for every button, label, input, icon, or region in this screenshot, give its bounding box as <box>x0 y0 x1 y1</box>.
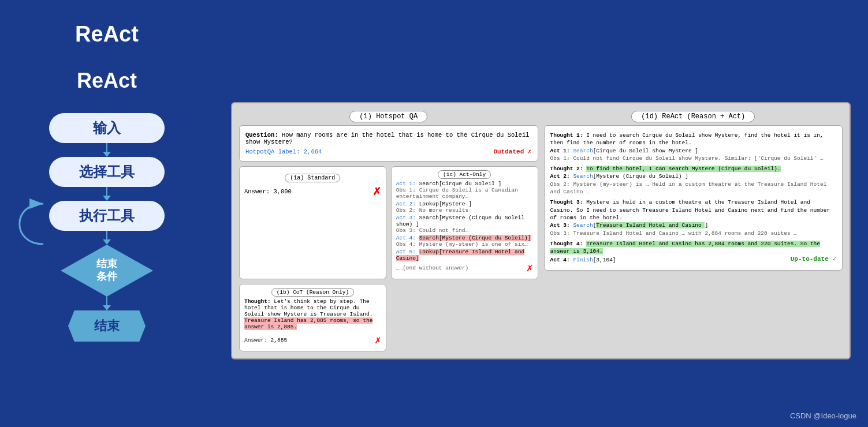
act-only-title: (1c) Act-Only <box>438 170 491 179</box>
react-thought1: Thought 1: I need to search Cirque du So… <box>550 132 837 147</box>
react-act3: Act 3: Search[Treasure Island Hotel and … <box>550 222 837 229</box>
connector-2 <box>106 187 107 196</box>
act-only-obs4: Obs 4: Mystère (my-steer) is one of six… <box>396 241 533 248</box>
react-thought2: Thought 2: To find the hotel, I can sear… <box>550 165 837 173</box>
arrow-1 <box>103 152 111 157</box>
flow-steps: 输入 选择工具 执行工具 结束条件 <box>49 113 165 342</box>
react-obs1: Obs 1: Could not find Cirque du Soleil s… <box>550 155 837 162</box>
standard-answer-row: Answer: 3,000 ✗ <box>244 185 381 198</box>
cot-answer-row: Answer: 2,885 ✗ <box>244 334 381 346</box>
hotpot-label: HotpotQA label: 2,664 <box>245 148 322 155</box>
react-act4: Act 4: Finish[3,104] <box>550 256 616 264</box>
act-only-obs1: Obs 1: Cirque du Soleil is a Canadian en… <box>396 187 533 200</box>
cot-box: (1b) CoT (Reason Only) Thought: Let's th… <box>239 284 386 351</box>
react-section: (1d) ReAct (Reason + Act) Thought 1: I n… <box>544 110 843 351</box>
arrow-3 <box>103 239 111 245</box>
step-execute-tool: 执行工具 <box>49 201 165 231</box>
main-title: ReAct <box>75 22 139 47</box>
connector-1 <box>106 143 107 152</box>
react-title: (1d) ReAct (Reason + Act) <box>631 111 755 122</box>
step-end: 结束 <box>68 310 146 342</box>
right-panel: (1) Hotspot QA Question: How many rooms … <box>214 0 868 427</box>
react-act2: Act 2: Search[Mystere (Cirque du Soleil)… <box>550 173 837 180</box>
arrow-4 <box>103 305 111 310</box>
hotspot-section: (1) Hotspot QA Question: How many rooms … <box>239 110 538 351</box>
act-only-box: (1c) Act-Only Act 1: Search[Cirque du So… <box>391 166 538 279</box>
outdated-badge: Outdated ✗ <box>493 148 531 155</box>
standard-wrong: ✗ <box>372 185 381 198</box>
act-only-header: (1c) Act-Only <box>396 171 533 178</box>
react-thought4: Thought 4: Treasure Island Hotel and Cas… <box>550 240 837 256</box>
connector-3 <box>106 231 107 239</box>
left-panel-title: ReAct <box>77 69 137 93</box>
act-only-step1: Act 1: Search[Cirque du Soleil ] <box>396 181 533 187</box>
act-only-step3: Act 3: Search[Mystere (Cirque du Soleil … <box>396 215 533 227</box>
react-act1: Act 1: Search[Cirque du Soleil show Myst… <box>550 147 837 155</box>
hotspot-title: (1) Hotspot QA <box>349 111 427 122</box>
react-obs3: Obs 3: Treasure Island Hotel and Casino … <box>550 230 837 237</box>
act-only-end: ……(end without answer) ✗ <box>396 261 533 274</box>
hotspot-header: (1) Hotspot QA <box>239 110 538 121</box>
footer-credit: CSDN @Ideo-logue <box>790 411 856 420</box>
main-diagram: (1) Hotspot QA Question: How many rooms … <box>231 102 851 359</box>
left-panel: ReAct ReAct 输入 选择工具 执行工具 <box>0 0 214 427</box>
step-input: 输入 <box>49 113 165 143</box>
standard-header: (1a) Standard <box>244 171 381 182</box>
react-header: (1d) ReAct (Reason + Act) <box>544 110 843 121</box>
react-box: Thought 1: I need to search Cirque du So… <box>544 125 843 271</box>
uptodate-badge: Up-to-date ✓ <box>791 255 836 264</box>
arrow-2 <box>103 196 111 201</box>
cot-wrong: ✗ <box>375 334 381 346</box>
act-only-step5: Act 5: Lookup[Treasure Island Hotel and … <box>396 249 533 261</box>
act-only-step2: Act 2: Lookup[Mystere ] <box>396 201 533 207</box>
header: ReAct <box>52 12 162 57</box>
step-end-condition: 结束条件 <box>61 245 153 297</box>
act-only-obs2: Obs 2: No more results <box>396 207 533 214</box>
react-thought3: Thought 3: Mystere is held in a custom t… <box>550 198 837 222</box>
cot-thought: Thought: Let's think step by step. The h… <box>244 298 381 330</box>
step-select-tool: 选择工具 <box>49 157 165 187</box>
inner-grid: (1a) Standard Answer: 3,000 ✗ (1c) Act-O… <box>239 166 538 351</box>
act-only-obs3: Obs 3: Could not find… <box>396 227 533 234</box>
connector-4 <box>106 297 107 305</box>
question-text: Question: How many rooms are in the hote… <box>245 132 532 145</box>
react-act4-row: Act 4: Finish[3,104] Up-to-date ✓ <box>550 255 837 264</box>
label-row: HotpotQA label: 2,664 Outdated ✗ <box>245 148 532 155</box>
back-arrow-svg <box>6 189 52 259</box>
act-only-step4: Act 4: Search[Mystere (Cirque du Soleil)… <box>396 235 533 241</box>
cot-answer: Answer: 2,885 <box>244 337 287 343</box>
standard-box: (1a) Standard Answer: 3,000 ✗ <box>239 166 386 279</box>
react-obs2: Obs 2: Mystère (my-steer) is … Held in a… <box>550 181 837 196</box>
standard-answer: Answer: 3,000 <box>244 188 292 195</box>
cot-title: (1b) CoT (Reason Only) <box>271 288 354 297</box>
cot-header: (1b) CoT (Reason Only) <box>244 289 381 295</box>
question-box: Question: How many rooms are in the hote… <box>239 125 538 162</box>
standard-title: (1a) Standard <box>285 174 340 182</box>
